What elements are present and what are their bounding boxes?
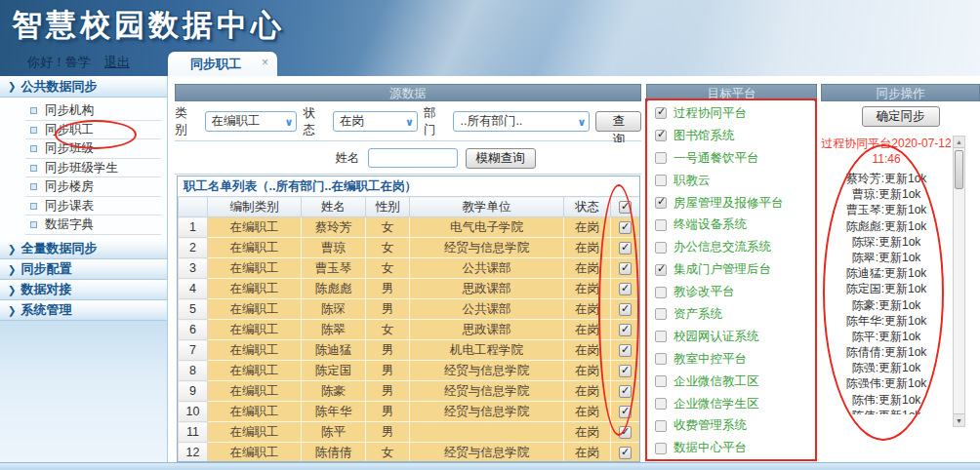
row-checkbox[interactable] bbox=[619, 426, 632, 439]
staff-gender-cell: 女 bbox=[366, 238, 410, 258]
platform-item-教室中控平台[interactable]: 教室中控平台 bbox=[655, 348, 814, 371]
chevron-right-icon: ❯ bbox=[8, 263, 16, 275]
platform-checkbox[interactable] bbox=[655, 242, 667, 254]
platform-checkbox[interactable] bbox=[655, 331, 667, 342]
staff-type-cell: 在编职工 bbox=[208, 422, 302, 443]
row-checkbox[interactable] bbox=[619, 385, 632, 398]
staff-unit-cell: 经贸与信息学院 bbox=[410, 381, 564, 402]
row-checkbox[interactable] bbox=[619, 283, 632, 295]
platform-checkbox[interactable] bbox=[655, 353, 667, 365]
log-scrollbar[interactable]: ▲ ▼ bbox=[953, 136, 965, 427]
dept-select[interactable]: ..所有部门.. ∨ bbox=[453, 111, 590, 132]
staff-check-cell bbox=[611, 402, 640, 422]
sidebar-item-同步课表[interactable]: 同步课表 bbox=[0, 197, 167, 216]
row-checkbox[interactable] bbox=[619, 262, 632, 275]
platform-checkbox[interactable] bbox=[655, 152, 667, 164]
platform-item-集成门户管理后台[interactable]: 集成门户管理后台 bbox=[655, 258, 814, 281]
staff-status-cell: 在岗 bbox=[564, 402, 611, 422]
scrollbar-thumb[interactable] bbox=[955, 150, 963, 189]
category-label: 类别 bbox=[175, 105, 199, 138]
row-checkbox[interactable] bbox=[619, 242, 632, 255]
name-input[interactable] bbox=[368, 148, 458, 168]
confirm-sync-button[interactable]: 确定同步 bbox=[862, 106, 940, 127]
platform-item-图书馆系统[interactable]: 图书馆系统 bbox=[655, 125, 814, 147]
logout-link[interactable]: 退出 bbox=[104, 55, 130, 69]
fuzzy-query-button[interactable]: 模糊查询 bbox=[466, 148, 536, 169]
sidebar-item-同步班级学生[interactable]: 同步班级学生 bbox=[0, 159, 167, 178]
platform-item-企业微信教工区[interactable]: 企业微信教工区 bbox=[655, 371, 814, 393]
row-checkbox[interactable] bbox=[619, 303, 632, 316]
scroll-up-icon[interactable]: ▲ bbox=[954, 137, 964, 148]
sidebar-group-data-connect[interactable]: ❯ 数据对接 bbox=[0, 280, 167, 300]
staff-status-cell: 在岗 bbox=[564, 238, 611, 258]
platform-checkbox[interactable] bbox=[655, 287, 667, 298]
scroll-down-icon[interactable]: ▼ bbox=[954, 413, 964, 426]
platform-checkbox[interactable] bbox=[655, 398, 667, 410]
platform-item-过程协同平台[interactable]: 过程协同平台 bbox=[655, 102, 814, 125]
platform-checkbox[interactable] bbox=[655, 420, 667, 432]
sync-log-entry: 陈定国:更新1ok bbox=[820, 281, 953, 296]
sidebar-item-数据字典[interactable]: 数据字典 bbox=[0, 215, 167, 235]
platform-item-终端设备系统[interactable]: 终端设备系统 bbox=[655, 214, 814, 236]
sidebar-item-同步职工[interactable]: 同步职工 bbox=[0, 121, 167, 140]
platform-item-房屋管理及报修平台[interactable]: 房屋管理及报修平台 bbox=[655, 192, 814, 215]
row-number-cell: 6 bbox=[179, 320, 208, 340]
staff-unit-cell: 电气电子学院 bbox=[410, 217, 564, 238]
row-checkbox[interactable] bbox=[619, 324, 632, 336]
row-checkbox[interactable] bbox=[619, 221, 632, 234]
tab-sync-staff[interactable]: 同步职工 × bbox=[168, 52, 277, 76]
platform-checkbox[interactable] bbox=[655, 197, 667, 209]
chevron-down-icon: ∨ bbox=[405, 113, 414, 132]
platform-item-一号通餐饮平台[interactable]: 一号通餐饮平台 bbox=[655, 147, 814, 170]
platform-item-教诊改平台[interactable]: 教诊改平台 bbox=[655, 281, 814, 303]
platform-checkbox[interactable] bbox=[655, 107, 667, 119]
sync-log-entry: 陈倩倩:更新1ok bbox=[820, 344, 953, 360]
platform-item-收费管理系统[interactable]: 收费管理系统 bbox=[655, 414, 814, 437]
row-checkbox[interactable] bbox=[619, 365, 632, 377]
col-status: 状态 bbox=[564, 197, 611, 217]
platform-checkbox[interactable] bbox=[655, 175, 667, 186]
sync-log-entry: 陈平:更新1ok bbox=[820, 329, 953, 344]
staff-type-cell: 在编职工 bbox=[208, 238, 302, 258]
platform-item-企业微信学生区[interactable]: 企业微信学生区 bbox=[655, 393, 814, 415]
platform-checkbox[interactable] bbox=[655, 443, 667, 454]
sidebar-item-同步机构[interactable]: 同步机构 bbox=[0, 101, 167, 121]
sidebar-item-同步楼房[interactable]: 同步楼房 bbox=[0, 177, 167, 197]
staff-type-cell: 在编职工 bbox=[208, 340, 302, 361]
platform-item-资产系统[interactable]: 资产系统 bbox=[655, 303, 814, 326]
platform-item-校园网认证系统[interactable]: 校园网认证系统 bbox=[655, 326, 814, 348]
staff-check-cell bbox=[611, 443, 640, 463]
platform-item-职教云[interactable]: 职教云 bbox=[655, 170, 814, 192]
category-select[interactable]: 在编职工 ∨ bbox=[205, 111, 298, 132]
platform-checkbox[interactable] bbox=[655, 130, 667, 141]
row-number-cell: 10 bbox=[179, 402, 208, 422]
platform-item-办公信息交流系统[interactable]: 办公信息交流系统 bbox=[655, 236, 814, 258]
platform-item-数据中心平台[interactable]: 数据中心平台 bbox=[655, 437, 814, 459]
sidebar-filler bbox=[0, 321, 167, 462]
sidebar-group-system-manage[interactable]: ❯ 系统管理 bbox=[0, 300, 167, 321]
platform-checkbox[interactable] bbox=[655, 308, 667, 320]
select-all-checkbox[interactable] bbox=[619, 201, 632, 214]
platform-checkbox[interactable] bbox=[655, 219, 667, 231]
sidebar-group-public-data-sync[interactable]: ❯ 公共数据同步 bbox=[0, 76, 167, 98]
platform-checkbox[interactable] bbox=[655, 264, 667, 276]
sidebar-group-full-data-sync[interactable]: ❯ 全量数据同步 bbox=[0, 239, 167, 259]
platform-item-高职学生综合系统[interactable]: 高职学生综合系统 bbox=[655, 459, 814, 460]
staff-name-cell: 曹琼 bbox=[302, 238, 366, 258]
sidebar-group-sync-config[interactable]: ❯ 同步配置 bbox=[0, 259, 167, 280]
staff-name-cell: 陈迪猛 bbox=[302, 340, 366, 361]
staff-gender-cell: 女 bbox=[366, 443, 410, 463]
tab-close-icon[interactable]: × bbox=[262, 57, 268, 68]
user-greeting: 你好！鲁学 bbox=[27, 55, 91, 69]
platform-checkbox[interactable] bbox=[655, 375, 667, 387]
row-checkbox[interactable] bbox=[619, 344, 632, 357]
sidebar-group-label: 系统管理 bbox=[20, 301, 71, 319]
staff-gender-cell: 男 bbox=[366, 422, 410, 443]
status-select[interactable]: 在岗 ∨ bbox=[333, 111, 418, 132]
row-checkbox[interactable] bbox=[619, 447, 632, 459]
chevron-right-icon: ❯ bbox=[8, 243, 16, 255]
query-button[interactable]: 查询 bbox=[595, 111, 641, 132]
col-unit: 教学单位 bbox=[410, 197, 564, 217]
row-checkbox[interactable] bbox=[619, 406, 632, 418]
sidebar-item-同步班级[interactable]: 同步班级 bbox=[0, 139, 167, 159]
